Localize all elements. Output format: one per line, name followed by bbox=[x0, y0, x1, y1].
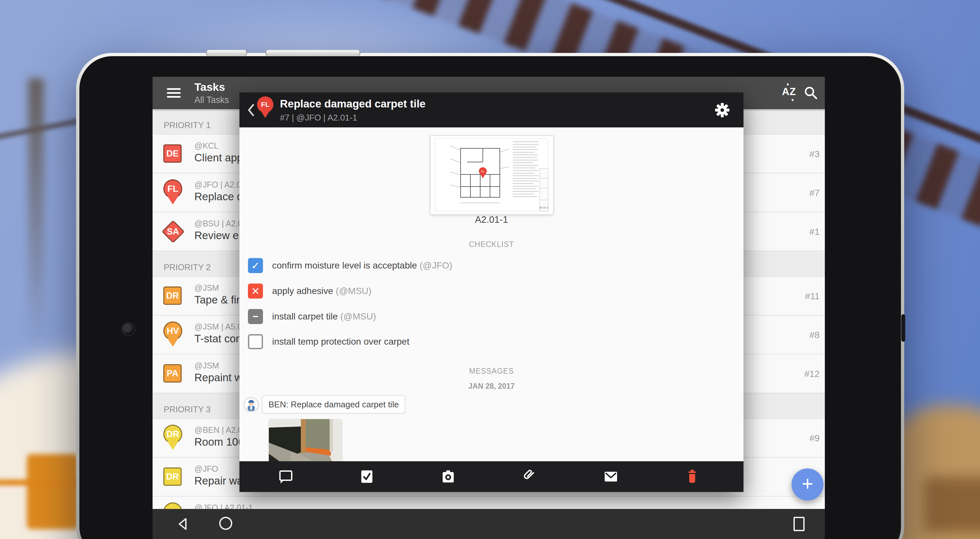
avatar bbox=[244, 397, 259, 412]
back-icon[interactable] bbox=[247, 103, 255, 118]
add-task-button[interactable]: + bbox=[792, 469, 824, 501]
checkbox-crossed[interactable]: ✕ bbox=[248, 283, 263, 299]
site-pole bbox=[28, 78, 44, 346]
tablet-screen: PRIORITY 1 DE @KCL Client appro #3 FL @J… bbox=[153, 77, 825, 539]
checklist-item: apply adhesive(@MSU) bbox=[272, 283, 371, 299]
checklist-item-assignee: (@JFO) bbox=[420, 260, 452, 270]
gear-icon[interactable] bbox=[715, 103, 730, 119]
checklist-heading: CHECKLIST bbox=[239, 240, 743, 249]
top-edge-button bbox=[206, 50, 247, 56]
checkbox-checked[interactable]: ✓ bbox=[248, 258, 263, 273]
checklist-item-label: apply adhesive bbox=[272, 286, 333, 296]
task-marker-diamond-icon: SA bbox=[162, 220, 185, 243]
message-bubble: BEN: Replace damaged carpet tile bbox=[262, 395, 406, 413]
task-meta: @JSM bbox=[194, 283, 219, 293]
page-subtitle: All Tasks bbox=[194, 95, 229, 105]
top-edge-button bbox=[266, 50, 360, 56]
android-nav-bar bbox=[153, 509, 825, 539]
task-marker-square-icon: PA bbox=[163, 364, 181, 383]
checklist-item-label: install carpet tile bbox=[272, 311, 338, 321]
dialog-header: FL Replace damaged carpet tile #7 | @JFO… bbox=[239, 92, 743, 127]
checklist-item: install temp protection over carpet bbox=[272, 334, 409, 349]
side-power-button bbox=[901, 314, 905, 342]
search-icon[interactable] bbox=[803, 85, 818, 102]
nav-back-icon[interactable] bbox=[176, 517, 191, 533]
task-number: #3 bbox=[810, 149, 819, 159]
photo-attachment[interactable] bbox=[269, 419, 342, 461]
page-title: Tasks bbox=[194, 81, 225, 94]
dialog-toolbar bbox=[239, 461, 743, 492]
messages-heading: MESSAGES bbox=[239, 367, 743, 376]
task-number: #1 bbox=[810, 227, 819, 237]
task-marker-square-icon: DR bbox=[163, 467, 181, 486]
task-meta: @JFO bbox=[194, 464, 218, 474]
task-meta: @KCL bbox=[194, 141, 218, 151]
site-structure bbox=[924, 477, 980, 533]
dialog-title: Replace damaged carpet tile bbox=[280, 98, 426, 110]
task-number: #8 bbox=[810, 330, 819, 340]
comment-icon[interactable] bbox=[278, 469, 293, 484]
tablet-device: PRIORITY 1 DE @KCL Client appro #3 FL @J… bbox=[76, 53, 904, 539]
checklist-item-assignee: (@MSU) bbox=[340, 311, 376, 321]
section-label: PRIORITY 2 bbox=[164, 262, 211, 272]
plan-caption: A2.01-1 bbox=[239, 214, 743, 225]
section-label: PRIORITY 3 bbox=[164, 404, 211, 415]
checklist-item-label: confirm moisture level is acceptable bbox=[272, 260, 417, 270]
menu-icon[interactable] bbox=[167, 88, 181, 98]
task-number: #12 bbox=[804, 369, 819, 379]
section-label: PRIORITY 1 bbox=[164, 120, 211, 130]
checklist-item-assignee: (@MSU) bbox=[336, 286, 371, 296]
task-detail-dialog: FL Replace damaged carpet tile #7 | @JFO… bbox=[239, 92, 743, 492]
nav-recent-apps-icon[interactable] bbox=[794, 517, 805, 531]
delete-icon[interactable] bbox=[685, 469, 700, 484]
task-number: #9 bbox=[810, 433, 819, 444]
checklist-icon[interactable] bbox=[360, 469, 374, 484]
checklist-item: confirm moisture level is acceptable(@JF… bbox=[272, 258, 452, 273]
dialog-content: A2.01-1 FL A2.01-1 CHECKLIST ✓ confirm m… bbox=[239, 127, 743, 461]
task-marker-pin-icon: FL bbox=[163, 179, 182, 198]
location-pin-icon: FL bbox=[257, 96, 274, 113]
checklist-item-label: install temp protection over carpet bbox=[272, 337, 409, 347]
checkbox-empty[interactable] bbox=[248, 334, 263, 349]
checklist-item: install carpet tile(@MSU) bbox=[272, 309, 376, 324]
task-marker-pin-icon: HV bbox=[163, 321, 182, 340]
camera-icon[interactable] bbox=[441, 469, 456, 484]
nav-home-icon[interactable] bbox=[219, 517, 232, 530]
floorplan-thumbnail[interactable]: A2.01-1 FL bbox=[430, 135, 554, 215]
task-meta: @JFO | A2.01 bbox=[194, 180, 246, 189]
orange-rail bbox=[0, 480, 82, 485]
sort-az-icon[interactable]: ▴ AZ ▾ bbox=[782, 86, 796, 98]
task-marker-square-icon: DR bbox=[163, 286, 181, 305]
email-icon[interactable] bbox=[603, 469, 618, 484]
front-camera bbox=[123, 323, 134, 335]
task-marker-pin-icon: DR bbox=[163, 425, 182, 444]
task-meta: @JSM bbox=[194, 361, 219, 370]
orange-container bbox=[27, 454, 78, 529]
task-number: #7 bbox=[810, 188, 819, 198]
task-marker-square-icon: DE bbox=[163, 145, 181, 163]
svg-text:FL: FL bbox=[481, 170, 485, 173]
task-number: #11 bbox=[805, 291, 819, 302]
attachment-icon[interactable] bbox=[522, 469, 537, 484]
sheet-number: A2.01-1 bbox=[539, 206, 549, 209]
task-meta: @JSM | A5.0 bbox=[194, 322, 242, 332]
task-meta: @BEN | A2.0 bbox=[194, 425, 242, 435]
task-meta: @BSU | A2.01 bbox=[194, 219, 247, 228]
messages-date: JAN 28, 2017 bbox=[239, 382, 743, 391]
checkbox-partial[interactable]: − bbox=[248, 309, 263, 324]
dialog-subtitle: #7 | @JFO | A2.01-1 bbox=[280, 113, 357, 123]
